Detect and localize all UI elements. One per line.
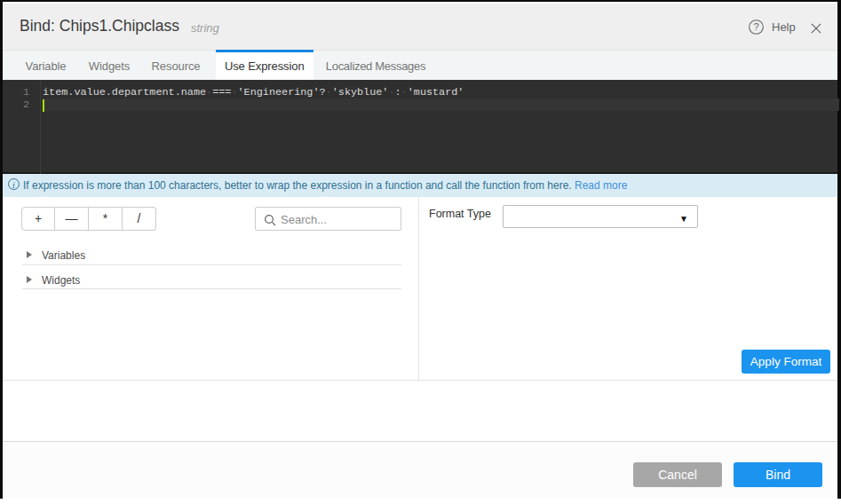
svg-text:?: ?: [753, 21, 758, 32]
